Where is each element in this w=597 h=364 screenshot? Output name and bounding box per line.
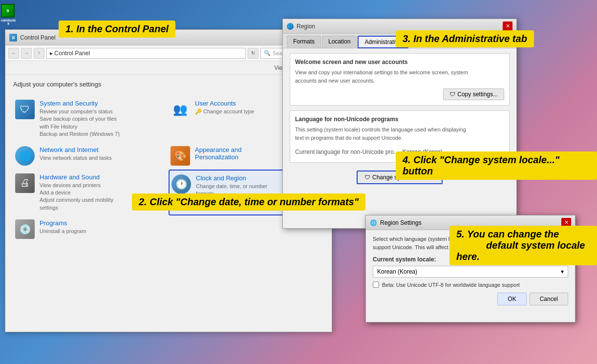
region-dialog-icon: 🌐	[287, 23, 294, 30]
appearance-text: Appearance andPersonalization	[195, 146, 241, 162]
camtasia-logo: 9 camtasia 9	[1, 4, 16, 28]
back-button[interactable]: ←	[8, 48, 19, 59]
rs-locale-chevron: ▾	[561, 268, 564, 275]
copy-settings-button[interactable]: 🛡 Copy settings...	[443, 88, 504, 100]
rs-beta-label: Beta: Use Unicode UTF-8 for worldwide la…	[382, 282, 520, 288]
rs-beta-checkbox-row: Beta: Use Unicode UTF-8 for worldwide la…	[373, 281, 568, 288]
programs-title[interactable]: Programs	[40, 219, 86, 227]
shield-icon-small: 🛡	[449, 91, 455, 98]
system-security-icon: 🛡	[15, 100, 35, 119]
search-icon: 🔍	[264, 50, 271, 56]
cp-heading: Adjust your computer's settings	[13, 81, 324, 88]
tab-location[interactable]: Location	[322, 36, 357, 48]
cp-item-network-internet[interactable]: 🌐 Network and Internet View network stat…	[13, 142, 169, 170]
network-internet-icon: 🌐	[15, 146, 35, 166]
tab-formats[interactable]: Formats	[287, 36, 321, 48]
cp-window-title: Control Panel	[20, 34, 56, 41]
annotation-3: 3. In the Administrative tab	[396, 30, 534, 47]
unicode-section-title: Language for non-Unicode programs	[295, 116, 504, 123]
appearance-icon: 🎨	[171, 146, 190, 166]
region-dialog-close[interactable]: ✕	[503, 21, 512, 31]
network-internet-desc: View network status and tasks	[40, 154, 112, 162]
region-title-text: Region	[297, 23, 315, 30]
user-accounts-title[interactable]: User Accounts	[195, 100, 254, 107]
annotation-4: 4. Click "Change system locale..." butto…	[396, 151, 597, 180]
annotation-1: 1. In the Control Panel	[59, 21, 175, 38]
user-accounts-desc: 🔑 Change account type	[195, 108, 254, 115]
annotation-1-text: 1. In the Control Panel	[59, 21, 175, 38]
rs-cancel-button[interactable]: Cancel	[530, 293, 568, 305]
system-security-text: System and Security Review your computer…	[40, 100, 120, 138]
cp-item-programs[interactable]: 💿 Programs Uninstall a program	[13, 215, 169, 243]
cp-item-system-security[interactable]: 🛡 System and Security Review your comput…	[13, 96, 169, 142]
rs-ok-button[interactable]: OK	[497, 293, 526, 305]
welcome-section-desc: View and copy your international setting…	[295, 68, 504, 85]
cp-items-grid: 🛡 System and Security Review your comput…	[13, 96, 324, 243]
control-panel-icon: 🖥	[9, 34, 17, 42]
copy-settings-btn-container: 🛡 Copy settings...	[295, 88, 504, 100]
region-dialog-title: 🌐 Region	[287, 23, 315, 30]
forward-button[interactable]: →	[21, 48, 32, 59]
unicode-section-desc: This setting (system locale) controls th…	[295, 126, 504, 142]
address-text: Control Panel	[54, 50, 90, 57]
welcome-section-title: Welcome screen and new user accounts	[295, 59, 504, 65]
clock-region-icon: 🕐	[171, 174, 191, 194]
user-accounts-text: User Accounts 🔑 Change account type	[195, 100, 254, 115]
address-path[interactable]: ▸ Control Panel	[46, 48, 246, 59]
up-button[interactable]: ↑	[34, 48, 44, 59]
annotation-5-text: 5. You can change the default system loc…	[449, 226, 597, 265]
programs-text: Programs Uninstall a program	[40, 219, 86, 235]
annotation-5: 5. You can change the default system loc…	[449, 226, 597, 265]
annotation-3-text: 3. In the Administrative tab	[396, 30, 534, 47]
user-accounts-icon: 👥	[171, 100, 190, 119]
refresh-button[interactable]: ↻	[248, 48, 258, 59]
rs-icon: 🌐	[370, 219, 377, 226]
cp-titlebar-left: 🖥 Control Panel	[9, 34, 56, 42]
breadcrumb-arrow: ▸	[50, 50, 53, 57]
rs-title: 🌐 Region Settings	[370, 219, 422, 226]
rs-buttons: OK Cancel	[373, 293, 568, 305]
rs-locale-value: Korean (Korea)	[377, 268, 417, 275]
annotation-2-text: 2. Click "Change date, time or number fo…	[132, 193, 365, 211]
locale-shield-icon: 🛡	[364, 174, 370, 181]
hardware-sound-title[interactable]: Hardware and Sound	[40, 173, 113, 181]
rs-title-label: Region Settings	[380, 219, 422, 226]
rs-locale-select[interactable]: Korean (Korea) ▾	[373, 266, 568, 278]
appearance-title[interactable]: Appearance andPersonalization	[195, 146, 241, 161]
network-internet-text: Network and Internet View network status…	[40, 146, 112, 162]
current-lang-label-text: Current language for non-Unicode pro...	[295, 149, 399, 155]
hardware-sound-desc: View devices and printersAdd a deviceAdj…	[40, 182, 113, 212]
copy-settings-label: Copy settings...	[457, 91, 498, 98]
annotation-4-text: 4. Click "Change system locale..." butto…	[396, 151, 597, 180]
annotation-2: 2. Click "Change date, time or number fo…	[132, 193, 365, 211]
system-security-title[interactable]: System and Security	[40, 100, 120, 107]
clock-region-title[interactable]: Clock and Region	[196, 174, 267, 182]
welcome-section: Welcome screen and new user accounts Vie…	[290, 53, 510, 106]
programs-desc: Uninstall a program	[40, 228, 86, 235]
hardware-sound-text: Hardware and Sound View devices and prin…	[40, 173, 113, 212]
programs-icon: 💿	[15, 219, 35, 239]
system-security-desc: Review your computer's statusSave backup…	[40, 108, 120, 138]
network-internet-title[interactable]: Network and Internet	[40, 146, 112, 153]
hardware-sound-icon: 🖨	[15, 173, 35, 193]
rs-beta-checkbox[interactable]	[373, 281, 379, 288]
